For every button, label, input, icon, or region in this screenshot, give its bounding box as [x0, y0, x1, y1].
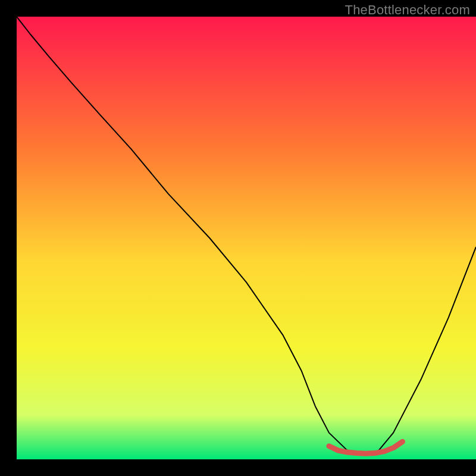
attribution-label: TheBottlenecker.com [345, 2, 470, 18]
plot-background [17, 17, 476, 459]
chart-container: { "attribution": "TheBottlenecker.com", … [0, 0, 476, 476]
chart-svg [0, 0, 476, 476]
